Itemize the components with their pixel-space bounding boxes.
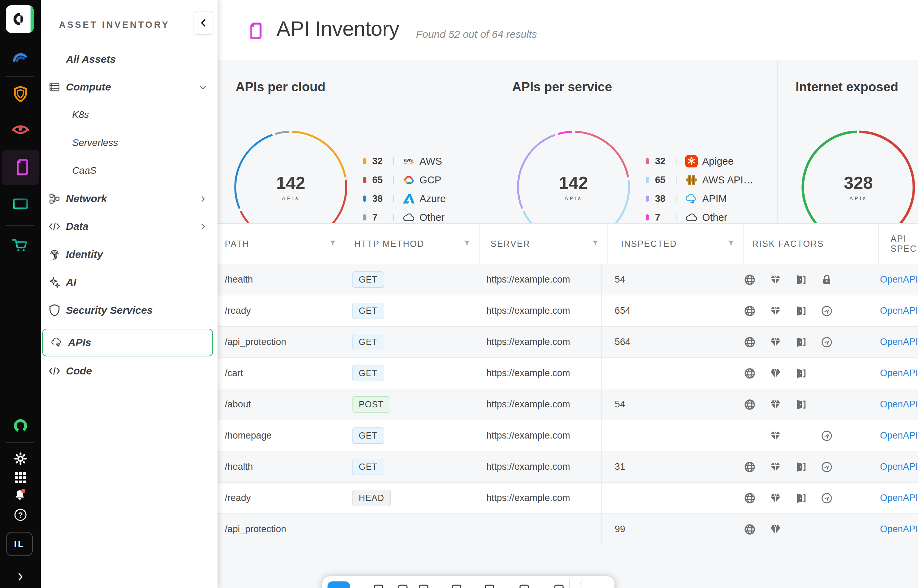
table-row[interactable]: /healthGEThttps://example.com54OpenAPI — [217, 264, 918, 296]
table-row[interactable]: /aboutPOSThttps://example.com54OpenAPI — [217, 389, 918, 420]
risk-gem-icon[interactable] — [769, 336, 781, 348]
openapi-link[interactable]: OpenAPI — [880, 430, 918, 441]
sidebar-item-caas[interactable]: CaaS — [41, 157, 217, 184]
toolbar-icon-3[interactable] — [451, 584, 462, 588]
risk-plane-icon[interactable] — [821, 336, 833, 348]
chevron-right-icon[interactable] — [199, 223, 206, 230]
risk-globe-icon[interactable] — [744, 336, 756, 348]
column-header-http-method[interactable]: HTTP METHOD — [345, 224, 479, 264]
table-row[interactable]: /readyGEThttps://example.com654OpenAPI — [217, 296, 918, 326]
sidebar-item-code[interactable]: Code — [41, 357, 217, 385]
column-header-path[interactable]: PATH — [217, 224, 345, 264]
risk-door-icon[interactable] — [795, 305, 807, 317]
openapi-link[interactable]: OpenAPI — [880, 524, 918, 535]
risk-globe-icon[interactable] — [744, 399, 756, 410]
sidebar-item-k8s[interactable]: K8s — [41, 101, 217, 129]
risk-gem-icon[interactable] — [769, 461, 781, 473]
risk-door-icon[interactable] — [795, 399, 807, 410]
risk-plane-icon[interactable] — [821, 461, 833, 473]
rail-cart-icon[interactable] — [0, 237, 41, 253]
toolbar-icon-5[interactable] — [519, 584, 530, 588]
sidebar-collapse-button[interactable] — [194, 11, 214, 35]
table-row[interactable]: /readyHEADhttps://example.comOpenAPI — [217, 483, 918, 514]
sidebar-item-apis[interactable]: APIs — [42, 329, 213, 356]
risk-door-icon[interactable] — [795, 274, 807, 286]
rail-help-icon[interactable]: ? — [0, 507, 41, 522]
risk-globe-icon[interactable] — [744, 305, 756, 317]
risk-globe-icon[interactable] — [744, 492, 756, 504]
sidebar-item-security-services[interactable]: Security Services — [41, 296, 217, 324]
legend-item[interactable]: 65 GCP — [363, 171, 446, 189]
table-row[interactable]: /api_protection99OpenAPI — [217, 514, 918, 545]
sidebar-item-serverless[interactable]: Serverless — [41, 129, 217, 157]
rail-gear-icon[interactable] — [0, 452, 41, 465]
toolbar-secondary-button[interactable] — [580, 580, 611, 588]
chevron-down-icon[interactable] — [199, 83, 206, 91]
rail-eye-icon[interactable] — [0, 123, 41, 136]
table-row[interactable]: /api_protectionGEThttps://example.com564… — [217, 326, 918, 358]
openapi-link[interactable]: OpenAPI — [880, 399, 918, 410]
openapi-link[interactable]: OpenAPI — [880, 493, 918, 503]
sidebar-item-all-assets[interactable]: All Assets — [41, 45, 217, 73]
openapi-link[interactable]: OpenAPI — [880, 368, 918, 379]
risk-gem-icon[interactable] — [769, 367, 781, 379]
risk-door-icon[interactable] — [795, 336, 807, 348]
risk-door-icon[interactable] — [795, 492, 807, 504]
risk-door-icon[interactable] — [795, 367, 807, 379]
risk-gem-icon[interactable] — [769, 430, 781, 442]
legend-item[interactable]: 32 Apigee — [646, 152, 753, 171]
table-row[interactable]: /homepageGEThttps://example.comOpenAPI — [217, 420, 918, 451]
table-row[interactable]: /cartGEThttps://example.comOpenAPI — [217, 358, 918, 389]
filter-icon[interactable] — [727, 239, 735, 249]
risk-globe-icon[interactable] — [744, 461, 756, 473]
chevron-right-icon[interactable] — [199, 195, 206, 202]
rail-bell-icon[interactable] — [0, 488, 41, 503]
risk-gem-icon[interactable] — [769, 274, 781, 286]
sidebar-item-data[interactable]: Data — [41, 213, 217, 240]
openapi-link[interactable]: OpenAPI — [880, 305, 918, 316]
app-logo[interactable] — [6, 5, 34, 33]
rail-gauge-icon[interactable] — [0, 49, 41, 64]
toolbar-icon-4[interactable] — [484, 584, 495, 588]
toolbar-icon-1[interactable] — [397, 584, 408, 588]
risk-gem-icon[interactable] — [769, 492, 781, 504]
sidebar-item-identity[interactable]: Identity — [41, 241, 217, 268]
table-row[interactable]: /healthGEThttps://example.com31OpenAPI — [217, 451, 918, 483]
legend-item[interactable]: 32 aws AWS — [363, 152, 446, 171]
risk-lock-icon[interactable] — [821, 274, 833, 286]
risk-gem-icon[interactable] — [769, 523, 781, 535]
sidebar-item-network[interactable]: Network — [41, 185, 217, 213]
sidebar-item-compute[interactable]: Compute — [41, 73, 217, 101]
column-header-server[interactable]: SERVER — [479, 224, 608, 264]
risk-globe-icon[interactable] — [744, 274, 756, 286]
toolbar-icon-6[interactable] — [554, 584, 565, 588]
rail-grid-icon[interactable] — [0, 471, 41, 485]
filter-icon[interactable] — [329, 239, 337, 249]
rail-monitor-icon[interactable] — [0, 197, 41, 213]
risk-globe-icon[interactable] — [744, 523, 756, 535]
legend-item[interactable]: 38 Azure — [363, 189, 446, 208]
legend-item[interactable]: 65 AWS API… — [646, 171, 753, 189]
risk-plane-icon[interactable] — [821, 430, 833, 442]
filter-icon[interactable] — [463, 239, 471, 249]
legend-item[interactable]: 38 APIM — [646, 189, 753, 208]
toolbar-icon-2[interactable] — [418, 584, 429, 588]
column-header-api-spec[interactable]: API SPEC — [879, 224, 918, 264]
openapi-link[interactable]: OpenAPI — [880, 337, 918, 347]
column-header-risk-factors[interactable]: RISK FACTORS — [743, 224, 879, 264]
rail-api-doc-icon[interactable] — [0, 158, 41, 177]
risk-door-icon[interactable] — [795, 461, 807, 473]
risk-gem-icon[interactable] — [769, 399, 781, 410]
toolbar-icon-0[interactable] — [373, 584, 384, 588]
risk-plane-icon[interactable] — [821, 305, 833, 317]
sidebar-item-ai[interactable]: AI — [41, 268, 217, 296]
rail-ring-logo-icon[interactable] — [0, 418, 41, 434]
toolbar-primary-button[interactable] — [327, 582, 350, 588]
filter-icon[interactable] — [591, 239, 599, 249]
risk-plane-icon[interactable] — [821, 492, 833, 504]
risk-globe-icon[interactable] — [744, 367, 756, 379]
openapi-link[interactable]: OpenAPI — [880, 462, 918, 472]
openapi-link[interactable]: OpenAPI — [880, 274, 918, 285]
rail-expand-chevron[interactable] — [0, 572, 41, 582]
rail-shield-icon[interactable] — [0, 85, 41, 103]
